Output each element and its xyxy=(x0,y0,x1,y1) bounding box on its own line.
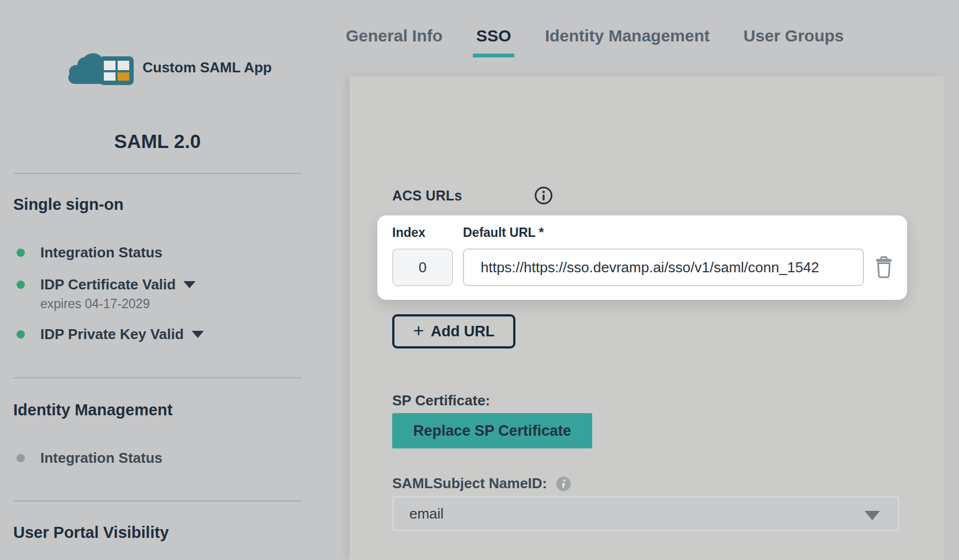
sidebar: Custom SAML App SAML 2.0 Single sign-on … xyxy=(0,0,350,560)
acs-urls-label: ACS URLs xyxy=(392,188,462,204)
status-dot-gray xyxy=(17,454,25,462)
tab-label: User Groups xyxy=(744,27,844,45)
status-dot-green xyxy=(17,249,25,257)
chevron-down-icon[interactable] xyxy=(192,331,204,338)
tab-identity-management[interactable]: Identity Management xyxy=(545,27,709,57)
add-url-button-label: Add URL xyxy=(431,323,494,340)
app-name: Custom SAML App xyxy=(143,59,272,76)
replace-sp-certificate-button[interactable]: Replace SP Certificate xyxy=(392,413,592,448)
sidebar-item-idp-certificate-valid[interactable]: IDP Certificate Valid xyxy=(17,276,196,293)
tab-label: Identity Management xyxy=(545,27,709,45)
cloud-grid-app-icon xyxy=(67,50,136,85)
tab-general-info[interactable]: General Info xyxy=(346,27,442,57)
default-url-input[interactable] xyxy=(463,249,864,286)
nameid-selected-value: email xyxy=(409,505,444,522)
section-heading-identity-management: Identity Management xyxy=(13,401,172,419)
nameid-select[interactable]: email xyxy=(392,496,899,531)
protocol-title: SAML 2.0 xyxy=(13,130,302,152)
acs-urls-header: ACS URLs xyxy=(392,186,553,205)
chevron-down-icon[interactable] xyxy=(183,281,196,288)
default-url-label: Default URL * xyxy=(463,225,544,240)
section-heading-single-sign-on: Single sign-on xyxy=(13,196,124,214)
samlsubject-nameid-label: SAMLSubject NameID: xyxy=(392,475,547,492)
sidebar-divider xyxy=(13,173,302,174)
sso-panel: ACS URLs Enter at least one ACS URL. IdP… xyxy=(350,76,945,560)
info-circle-outline-icon[interactable] xyxy=(534,186,553,205)
status-dot-green xyxy=(17,330,25,339)
sp-certificate-label: SP Certificate: xyxy=(392,392,490,409)
samlsubject-nameid-header: SAMLSubject NameID: xyxy=(392,475,571,492)
plus-icon: + xyxy=(413,321,424,340)
app-logo: Custom SAML App xyxy=(67,50,272,85)
sidebar-item-idm-integration-status[interactable]: Integration Status xyxy=(17,450,162,467)
certificate-expiry-text: expires 04-17-2029 xyxy=(40,297,150,311)
section-heading-user-portal-visibility: User Portal Visibility xyxy=(13,524,169,542)
status-dot-green xyxy=(17,281,25,289)
sidebar-divider xyxy=(13,500,302,501)
acs-url-row-highlight: Index Default URL * 0 xyxy=(377,215,907,300)
add-url-button[interactable]: + Add URL xyxy=(392,314,515,348)
sidebar-item-integration-status[interactable]: Integration Status xyxy=(17,244,162,261)
acs-url-row: 0 xyxy=(392,249,895,286)
select-caret-icon xyxy=(865,511,880,520)
active-tab-underline xyxy=(473,54,514,57)
tab-user-groups[interactable]: User Groups xyxy=(744,27,844,57)
index-field: 0 xyxy=(392,249,453,286)
index-label: Index xyxy=(392,225,463,240)
tab-sso[interactable]: SSO xyxy=(476,27,511,57)
app-screen: General Info SSO Identity Management Use… xyxy=(0,0,959,560)
acs-field-labels: Index Default URL * xyxy=(392,225,544,240)
tab-label: General Info xyxy=(346,27,442,45)
tab-bar: General Info SSO Identity Management Use… xyxy=(346,27,844,57)
sidebar-item-idp-private-key-valid[interactable]: IDP Private Key Valid xyxy=(17,326,204,343)
tab-label: SSO xyxy=(476,27,511,45)
info-circle-filled-icon[interactable] xyxy=(556,476,571,492)
trash-icon xyxy=(874,256,893,278)
sidebar-divider xyxy=(13,377,302,378)
grid-shape xyxy=(99,56,134,85)
delete-url-button[interactable] xyxy=(873,255,895,279)
